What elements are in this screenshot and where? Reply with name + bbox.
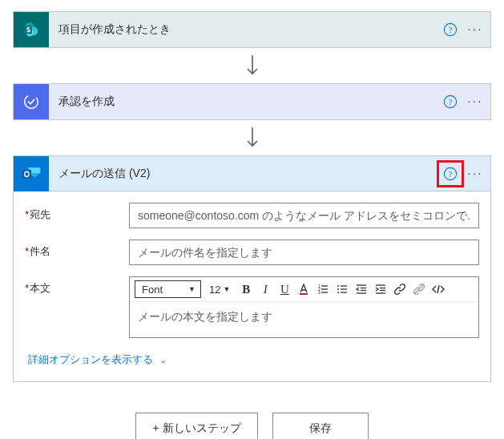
more-icon[interactable]: ··· xyxy=(465,156,490,191)
chevron-down-icon: ▼ xyxy=(223,285,230,293)
font-color-icon[interactable] xyxy=(294,280,313,299)
font-size-select[interactable]: 12 ▼ xyxy=(206,284,233,296)
step-card-approvals[interactable]: 承認を作成 ? ··· xyxy=(13,83,491,120)
bold-icon[interactable]: B xyxy=(236,280,256,299)
save-button[interactable]: 保存 xyxy=(272,413,369,439)
step-body: *宛先 *件名 *本文 Font ▼ xyxy=(14,191,490,381)
bulleted-list-icon[interactable] xyxy=(333,280,352,299)
chevron-down-icon: ⌄ xyxy=(159,355,167,365)
indent-icon[interactable] xyxy=(371,280,390,299)
code-view-icon[interactable] xyxy=(429,280,448,299)
svg-text:3: 3 xyxy=(318,290,321,295)
underline-icon[interactable]: U xyxy=(275,280,294,299)
footer-buttons: + 新しいステップ 保存 xyxy=(11,413,493,439)
approvals-icon xyxy=(14,84,49,119)
sharepoint-icon xyxy=(14,12,49,47)
svg-text:?: ? xyxy=(449,98,452,107)
body-input[interactable]: メールの本文を指定します xyxy=(130,302,478,337)
font-family-label: Font xyxy=(142,284,163,296)
outdent-icon[interactable] xyxy=(352,280,371,299)
svg-point-29 xyxy=(337,292,339,293)
unlink-icon[interactable] xyxy=(409,280,429,299)
more-icon[interactable]: ··· xyxy=(465,84,490,119)
italic-icon[interactable]: I xyxy=(256,280,275,299)
subject-input[interactable] xyxy=(129,240,479,265)
step-card-sharepoint[interactable]: 項目が作成されたとき ? ··· xyxy=(13,11,491,48)
show-advanced-options-link[interactable]: 詳細オプションを表示する ⌄ xyxy=(25,349,167,375)
link-icon[interactable] xyxy=(390,280,409,299)
field-row-subject: *件名 xyxy=(25,240,479,265)
step-title: メールの送信 (V2) xyxy=(49,167,439,181)
step-title: 項目が作成されたとき xyxy=(49,22,439,37)
chevron-down-icon: ▼ xyxy=(188,285,196,293)
step-card-send-mail: メールの送信 (V2) ? ··· *宛先 *件名 *本文 xyxy=(13,155,491,382)
numbered-list-icon[interactable]: 123 xyxy=(313,280,333,299)
to-label-text: 宛先 xyxy=(30,208,50,220)
step-header[interactable]: メールの送信 (V2) ? ··· xyxy=(14,156,490,191)
to-input[interactable] xyxy=(129,203,479,228)
step-header[interactable]: 承認を作成 ? ··· xyxy=(14,84,490,119)
connector-arrow xyxy=(11,120,493,155)
help-icon[interactable]: ? xyxy=(439,18,462,41)
svg-rect-13 xyxy=(22,169,31,178)
subject-label-text: 件名 xyxy=(30,245,50,257)
more-icon[interactable]: ··· xyxy=(465,12,490,47)
font-family-select[interactable]: Font ▼ xyxy=(135,280,201,298)
svg-point-28 xyxy=(337,288,339,290)
new-step-button[interactable]: + 新しいステップ xyxy=(135,413,257,439)
body-label-text: 本文 xyxy=(30,282,50,294)
svg-point-27 xyxy=(337,285,339,287)
rte-toolbar: Font ▼ 12 ▼ B I U xyxy=(130,277,478,302)
svg-text:?: ? xyxy=(449,169,452,178)
help-icon[interactable]: ? xyxy=(439,163,462,185)
svg-rect-17 xyxy=(300,293,308,295)
field-row-body: *本文 Font ▼ 12 ▼ B I U xyxy=(25,276,479,338)
field-row-to: *宛先 xyxy=(25,203,479,228)
svg-line-39 xyxy=(437,285,439,293)
outlook-icon xyxy=(14,156,49,191)
connector-arrow xyxy=(11,48,493,83)
font-size-value: 12 xyxy=(209,284,220,296)
body-label: *本文 xyxy=(25,276,129,296)
help-icon[interactable]: ? xyxy=(439,91,462,113)
svg-point-7 xyxy=(22,93,40,111)
svg-text:?: ? xyxy=(449,26,452,34)
step-header[interactable]: 項目が作成されたとき ? ··· xyxy=(14,12,490,47)
advanced-options-label: 詳細オプションを表示する xyxy=(28,352,153,367)
rich-text-editor: Font ▼ 12 ▼ B I U xyxy=(129,276,479,338)
step-title: 承認を作成 xyxy=(49,95,439,109)
to-label: *宛先 xyxy=(25,203,129,222)
subject-label: *件名 xyxy=(25,240,129,259)
